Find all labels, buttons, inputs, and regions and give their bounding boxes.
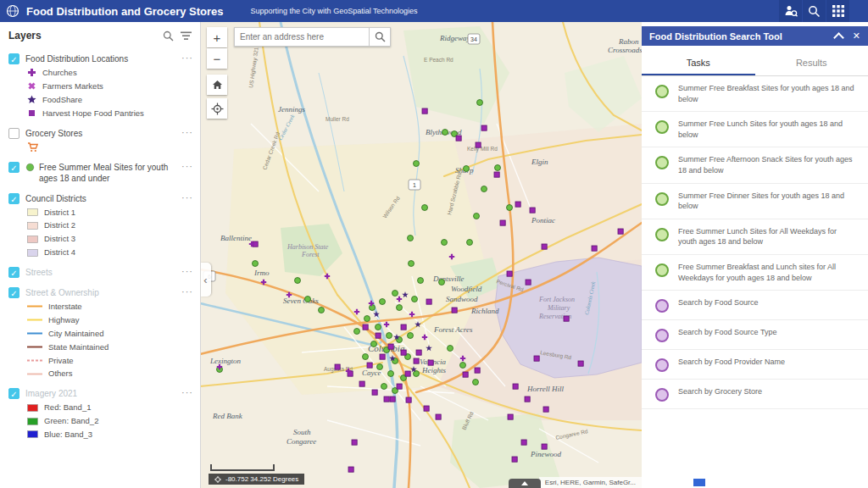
layer-checkbox[interactable]: ✓ — [8, 267, 19, 278]
home-button[interactable] — [207, 75, 227, 95]
food-pantry-marker[interactable] — [426, 299, 431, 304]
food-pantry-marker[interactable] — [542, 244, 547, 249]
layer-row[interactable]: ✓Food Distribution Locations··· — [0, 50, 200, 66]
food-pantry-marker[interactable] — [564, 316, 569, 321]
meal-site-marker[interactable] — [363, 354, 369, 360]
layer-options-menu[interactable]: ··· — [181, 53, 193, 62]
meal-site-marker[interactable] — [376, 324, 381, 330]
food-pantry-marker[interactable] — [530, 208, 535, 213]
meal-site-marker[interactable] — [387, 333, 392, 339]
zoom-in-button[interactable]: + — [207, 27, 227, 47]
food-pantry-marker[interactable] — [359, 381, 364, 386]
apps-widget-button[interactable] — [826, 0, 849, 22]
task-item[interactable]: Summer Free Dinner Sites for youth ages … — [642, 184, 868, 219]
food-pantry-marker[interactable] — [513, 384, 518, 389]
food-pantry-marker[interactable] — [363, 324, 368, 330]
meal-site-marker[interactable] — [464, 166, 470, 172]
layer-options-menu[interactable]: ··· — [181, 287, 193, 296]
food-pantry-marker[interactable] — [508, 414, 513, 419]
tab-results[interactable]: Results — [755, 52, 868, 75]
query-widget-button[interactable] — [779, 0, 802, 22]
meal-site-marker[interactable] — [412, 297, 418, 302]
food-pantry-marker[interactable] — [390, 396, 395, 402]
meal-site-marker[interactable] — [319, 308, 325, 313]
meal-site-marker[interactable] — [354, 329, 360, 335]
search-widget-button[interactable] — [803, 0, 826, 22]
meal-site-marker[interactable] — [414, 161, 420, 167]
meal-site-marker[interactable] — [481, 186, 487, 192]
meal-site-marker[interactable] — [305, 297, 311, 302]
collapse-panel-icon[interactable] — [833, 32, 844, 43]
meal-site-marker[interactable] — [408, 333, 414, 339]
task-item[interactable]: Summer Free Afternoon Snack Sites for yo… — [642, 147, 868, 183]
food-pantry-marker[interactable] — [376, 333, 381, 338]
food-pantry-marker[interactable] — [424, 406, 429, 411]
task-item[interactable]: Search by Food Source — [642, 291, 868, 320]
layer-checkbox[interactable]: ✓ — [8, 53, 19, 64]
layer-row[interactable]: Grocery Stores··· — [0, 125, 200, 141]
panel-collapse-handle[interactable]: ‹ — [200, 263, 211, 297]
food-pantry-marker[interactable] — [526, 280, 531, 285]
attribute-table-opener[interactable] — [509, 479, 541, 488]
food-pantry-marker[interactable] — [512, 457, 517, 462]
layer-row[interactable]: ✓Council Districts··· — [0, 190, 200, 206]
food-pantry-marker[interactable] — [380, 354, 385, 359]
layer-filter-icon[interactable] — [181, 31, 192, 41]
task-item[interactable]: Summer Free Breakfast Sites for youth ag… — [642, 76, 868, 112]
food-pantry-marker[interactable] — [476, 142, 481, 147]
meal-site-marker[interactable] — [371, 341, 377, 347]
task-item[interactable]: Free Summer Breakfast and Lunch sites fo… — [642, 255, 868, 291]
meal-site-marker[interactable] — [460, 363, 466, 369]
layer-row[interactable]: ✓Free Summer Meal Sites for youth ages 1… — [0, 158, 200, 186]
food-pantry-marker[interactable] — [543, 407, 548, 412]
food-pantry-marker[interactable] — [500, 220, 505, 225]
meal-site-marker[interactable] — [392, 291, 398, 297]
meal-site-marker[interactable] — [473, 380, 479, 385]
food-pantry-marker[interactable] — [348, 467, 353, 472]
meal-site-marker[interactable] — [295, 278, 301, 284]
meal-site-marker[interactable] — [474, 214, 480, 219]
meal-site-marker[interactable] — [442, 130, 448, 136]
food-pantry-marker[interactable] — [335, 364, 340, 369]
food-pantry-marker[interactable] — [618, 229, 623, 234]
food-pantry-marker[interactable] — [422, 108, 427, 114]
layer-options-menu[interactable]: ··· — [181, 193, 193, 202]
food-pantry-marker[interactable] — [406, 397, 411, 402]
food-pantry-marker[interactable] — [507, 271, 512, 276]
meal-site-marker[interactable] — [253, 261, 259, 267]
layer-options-menu[interactable]: ··· — [181, 162, 193, 170]
meal-site-marker[interactable] — [381, 384, 387, 390]
layer-checkbox[interactable] — [8, 128, 19, 139]
layer-checkbox[interactable]: ✓ — [8, 388, 19, 399]
food-pantry-marker[interactable] — [367, 363, 372, 368]
meal-site-marker[interactable] — [397, 305, 403, 311]
food-pantry-marker[interactable] — [428, 360, 433, 365]
food-pantry-marker[interactable] — [405, 371, 410, 376]
meal-site-marker[interactable] — [495, 165, 501, 171]
layer-options-menu[interactable]: ··· — [181, 128, 193, 136]
food-pantry-marker[interactable] — [401, 350, 406, 355]
layer-row[interactable]: ✓Street & Ownership··· — [0, 284, 200, 300]
food-pantry-marker[interactable] — [481, 125, 487, 130]
meal-site-marker[interactable] — [380, 299, 386, 305]
meal-site-marker[interactable] — [414, 371, 420, 377]
food-pantry-marker[interactable] — [456, 136, 461, 141]
task-item[interactable]: Search by Food Provider Name — [642, 350, 868, 380]
food-pantry-marker[interactable] — [521, 440, 526, 445]
food-pantry-marker[interactable] — [401, 324, 406, 330]
meal-site-marker[interactable] — [442, 240, 448, 246]
meal-site-marker[interactable] — [364, 316, 370, 322]
layer-checkbox[interactable]: ✓ — [8, 162, 19, 173]
food-pantry-marker[interactable] — [525, 396, 530, 402]
meal-site-marker[interactable] — [409, 261, 415, 267]
food-pantry-marker[interactable] — [414, 358, 419, 363]
food-pantry-marker[interactable] — [463, 372, 468, 377]
food-pantry-marker[interactable] — [592, 246, 597, 251]
food-pantry-marker[interactable] — [397, 384, 402, 389]
food-pantry-marker[interactable] — [372, 390, 377, 395]
meal-site-marker[interactable] — [467, 240, 473, 246]
address-search-input[interactable] — [234, 27, 370, 47]
map-canvas[interactable]: RidgewayRabonCrossroadsJenningsBlythewoo… — [200, 22, 642, 488]
task-item[interactable]: Search by Grocery Store — [642, 380, 868, 409]
layer-checkbox[interactable]: ✓ — [8, 287, 19, 298]
